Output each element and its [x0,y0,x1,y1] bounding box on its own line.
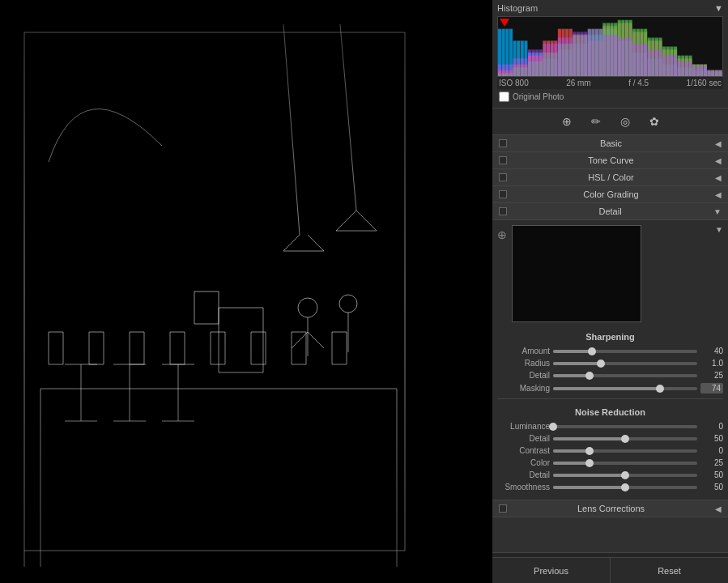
nr-detail-label: Detail [497,434,550,443]
detail-arrow: ▼ [713,207,722,216]
sharpening-title: Sharpening [497,329,723,347]
red-eye-icon[interactable]: ◎ [617,113,633,130]
photo-area [0,0,492,583]
right-panel: Histogram ▼ ISO 800 26 mm f / 4.5 1/160 … [492,0,728,583]
thumbnail-expand-icon[interactable]: ▼ [715,225,723,234]
sharpening-radius-track[interactable] [553,362,697,365]
histogram-title: Histogram [497,3,538,13]
lens-corrections-toggle [499,504,507,513]
color-grading-arrow: ◀ [715,190,722,199]
nr-color-detail-value: 50 [700,470,723,479]
meta-shutter: 1/160 sec [687,79,722,87]
nr-color-label: Color [497,458,550,467]
nr-detail-row: Detail 50 [497,434,723,443]
noise-reduction-title: Noise Reduction [497,404,723,422]
original-photo-label: Original Photo [513,92,564,101]
photo-canvas [0,0,492,583]
detail-content: ⊕ ▼ Sharpening Amount 40 Radiu [492,220,728,500]
bottom-toolbar: Previous Reset [492,557,728,583]
hsl-section-header[interactable]: HSL / Color ◀ [492,169,728,186]
nr-smoothness-label: Smoothness [497,483,550,492]
sharpening-masking-row: Masking 74 [497,383,723,394]
heal-icon[interactable]: ✏ [588,113,604,130]
color-grading-section-header[interactable]: Color Grading ◀ [492,186,728,203]
sharpening-masking-value: 74 [700,383,723,394]
original-photo-checkbox[interactable] [499,91,509,102]
histogram-arrow: ▼ [714,3,723,13]
basic-section-header[interactable]: Basic ◀ [492,135,728,152]
nr-color-detail-label: Detail [497,470,550,479]
detail-left [499,207,507,215]
detail-toggle [499,207,507,215]
thumbnail-area: ⊕ ▼ [497,225,723,322]
basic-title: Basic [600,138,622,148]
sharpening-masking-track[interactable] [553,387,697,390]
hsl-arrow: ◀ [715,173,722,182]
tone-curve-left [499,156,507,164]
sharpening-radius-value: 1.0 [700,359,723,368]
tone-curve-arrow: ◀ [715,156,722,165]
nr-luminance-value: 0 [700,422,723,431]
hsl-toggle [499,173,507,181]
nr-color-value: 25 [700,458,723,467]
detail-thumbnail [512,225,641,322]
meta-focal: 26 mm [566,79,591,87]
thumbnail-crosshair-icon[interactable]: ⊕ [497,228,507,241]
tone-curve-toggle [499,156,507,164]
hsl-title: HSL / Color [588,172,633,182]
nr-color-detail-row: Detail 50 [497,470,723,479]
sharpening-radius-label: Radius [497,359,550,368]
tools-row: ⊕ ✏ ◎ ✿ [492,108,728,135]
sharpening-amount-label: Amount [497,347,550,355]
sharpening-amount-value: 40 [700,347,723,355]
nr-smoothness-row: Smoothness 50 [497,483,723,492]
nr-color-detail-track[interactable] [553,474,697,477]
sharpening-masking-label: Masking [497,384,550,393]
sharpening-section: Sharpening Amount 40 Radius [497,329,723,394]
nr-color-track[interactable] [553,462,697,465]
lens-corrections-left [499,504,507,513]
histogram-canvas [498,17,722,76]
detail-title: Detail [598,206,621,216]
histogram-header: Histogram ▼ [497,3,723,13]
sharpening-detail-label: Detail [497,371,550,380]
sharpening-amount-row: Amount 40 [497,347,723,355]
lens-corrections-section-header[interactable]: Lens Corrections ◀ [492,500,728,517]
sharpening-detail-track[interactable] [553,374,697,377]
crop-icon[interactable]: ⊕ [559,113,575,130]
hsl-left [499,173,507,181]
tone-curve-title: Tone Curve [588,155,633,165]
nr-smoothness-value: 50 [700,483,723,492]
lens-corrections-arrow: ◀ [715,504,722,513]
sharpening-detail-value: 25 [700,371,723,380]
panel-content[interactable]: Basic ◀ Tone Curve ◀ HSL / Color ◀ Color… [492,135,728,552]
nr-luminance-row: Luminance 0 [497,422,723,431]
histogram-section: Histogram ▼ ISO 800 26 mm f / 4.5 1/160 … [492,0,728,108]
nr-luminance-track[interactable] [553,425,697,428]
sharpening-detail-row: Detail 25 [497,371,723,380]
nr-smoothness-track[interactable] [553,486,697,489]
sharpening-amount-track[interactable] [553,350,697,353]
nr-color-row: Color 25 [497,458,723,467]
section-divider-1 [497,398,723,399]
nr-contrast-row: Contrast 0 [497,446,723,455]
histogram-meta: ISO 800 26 mm f / 4.5 1/160 sec [497,77,723,89]
nr-contrast-track[interactable] [553,449,697,453]
nr-detail-value: 50 [700,434,723,443]
tone-curve-section-header[interactable]: Tone Curve ◀ [492,152,728,169]
reset-button[interactable]: Reset [611,558,728,583]
detail-section-header[interactable]: Detail ▼ [492,203,728,220]
lens-corrections-title: Lens Corrections [577,504,645,513]
histogram-graph [497,16,723,77]
color-grading-title: Color Grading [583,189,638,199]
nr-detail-track[interactable] [553,437,697,440]
meta-aperture: f / 4.5 [628,79,649,87]
previous-button[interactable]: Previous [492,558,611,583]
settings-icon[interactable]: ✿ [646,113,662,130]
basic-toggle [499,139,507,147]
noise-reduction-section: Noise Reduction Luminance 0 Detail [497,404,723,492]
nr-contrast-value: 0 [700,446,723,455]
nr-luminance-label: Luminance [497,422,550,431]
basic-arrow: ◀ [715,139,722,148]
color-grading-left [499,190,507,198]
